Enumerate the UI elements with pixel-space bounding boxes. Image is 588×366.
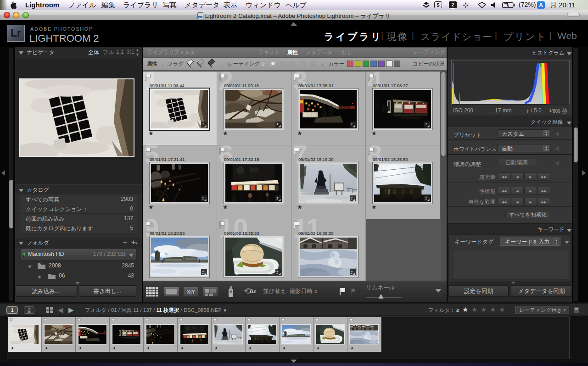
svg-text:Lr: Lr (199, 17, 202, 19)
